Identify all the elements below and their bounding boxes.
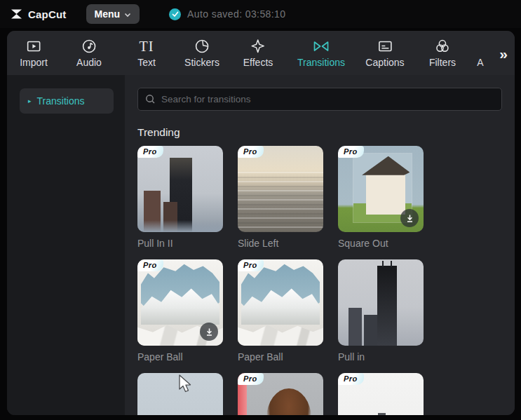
panel-body: ▸ Transitions Trending ProPull In IIProS… (7, 75, 515, 415)
tab-label: Text (137, 57, 156, 68)
triangle-right-icon: ▸ (28, 97, 32, 104)
tab-label: Audio (76, 57, 102, 68)
transition-card[interactable] (137, 373, 223, 415)
tab-text[interactable]: TI Text (137, 31, 156, 68)
filters-icon (434, 37, 451, 55)
transition-card[interactable]: Pro (338, 373, 424, 415)
tabbar-overflow-button[interactable]: » (491, 43, 515, 65)
transition-thumbnail[interactable] (137, 373, 223, 415)
chevron-down-icon (124, 13, 131, 18)
autosave-text: Auto saved: 03:58:10 (187, 8, 285, 20)
thumbnail-art-layer (137, 220, 223, 232)
tab-adjustment-cut[interactable]: A (477, 31, 483, 68)
content-area: Trending ProPull In IIProSlide LeftProSq… (125, 75, 515, 415)
sidebar-item-label: Transitions (37, 95, 85, 107)
tab-transitions[interactable]: Transitions (297, 31, 345, 68)
main-panel: Import Audio TI Text Stickers Effects (7, 31, 515, 415)
thumbnail-art-layer (266, 388, 311, 415)
transition-thumbnail[interactable]: Pro (238, 259, 323, 346)
effects-icon (250, 37, 266, 55)
capcut-logo-text: CapCut (28, 8, 67, 20)
captions-icon (377, 37, 393, 55)
thumbnail-art-layer (378, 413, 386, 415)
audio-icon (81, 37, 97, 55)
thumbnail-art-layer (238, 172, 323, 232)
transition-name: Paper Ball (137, 351, 223, 363)
pro-badge: Pro (137, 259, 163, 271)
thumbnail-art-layer (382, 261, 384, 267)
search-input[interactable] (161, 94, 494, 104)
transition-name: Pull in (338, 351, 424, 363)
pro-badge: Pro (238, 373, 264, 385)
transition-card[interactable]: ProSlide Left (238, 146, 323, 249)
section-title: Trending (137, 126, 515, 139)
autosave-check-icon (169, 8, 181, 20)
search-icon (145, 94, 156, 104)
transitions-icon (312, 37, 330, 55)
transitions-grid: ProPull In IIProSlide LeftProSquare OutP… (137, 146, 440, 415)
thumbnail-art-layer (238, 323, 323, 346)
top-bar: CapCut Menu Auto saved: 03:58:10 (0, 0, 521, 28)
tab-label: Stickers (184, 57, 219, 68)
pro-badge: Pro (137, 146, 163, 158)
transition-thumbnail[interactable]: Pro (338, 146, 424, 232)
tab-label: Filters (429, 57, 456, 68)
transition-card[interactable]: ProPaper Ball (137, 259, 223, 363)
media-tabbar: Import Audio TI Text Stickers Effects (7, 31, 515, 75)
capcut-logo: CapCut (10, 7, 67, 21)
download-icon[interactable] (200, 323, 218, 341)
transition-card[interactable]: ProSquare Out (338, 146, 424, 249)
transition-thumbnail[interactable]: Pro (238, 373, 323, 415)
capcut-logo-icon (10, 7, 24, 21)
thumbnail-art-layer (349, 308, 363, 346)
pro-badge: Pro (238, 146, 264, 158)
transition-name: Square Out (338, 238, 424, 249)
menu-button[interactable]: Menu (86, 4, 140, 24)
tab-import[interactable]: Import (20, 31, 48, 68)
transition-name: Paper Ball (238, 351, 323, 363)
tab-label: Effects (243, 57, 273, 68)
pro-badge: Pro (338, 146, 364, 158)
tab-filters[interactable]: Filters (429, 31, 456, 68)
transition-card[interactable]: Pull in (338, 259, 424, 363)
transition-thumbnail[interactable]: Pro (238, 146, 323, 232)
menu-button-label: Menu (95, 8, 121, 20)
tab-effects[interactable]: Effects (243, 31, 273, 68)
transition-card[interactable]: ProPull In II (137, 146, 223, 249)
import-icon (25, 37, 42, 55)
transition-thumbnail[interactable]: Pro (338, 373, 424, 415)
thumbnail-art-layer (377, 266, 397, 346)
pro-badge: Pro (338, 373, 364, 385)
tab-label: Transitions (297, 57, 345, 68)
pro-badge: Pro (238, 259, 264, 271)
sidebar-item-transitions[interactable]: ▸ Transitions (20, 88, 114, 114)
transition-thumbnail[interactable] (338, 259, 424, 346)
tab-label: Import (20, 57, 48, 68)
autosave-status: Auto saved: 03:58:10 (169, 8, 285, 20)
tab-captions[interactable]: Captions (365, 31, 404, 68)
tab-label: Captions (365, 57, 404, 68)
transition-name: Slide Left (238, 238, 323, 249)
sidebar: ▸ Transitions (7, 75, 125, 415)
transition-name: Pull In II (137, 238, 223, 249)
tab-audio[interactable]: Audio (76, 31, 102, 68)
transition-card[interactable]: ProPaper Ball (238, 259, 323, 363)
thumbnail-art-layer (366, 172, 405, 215)
text-icon: TI (140, 37, 154, 55)
tab-label: A (477, 57, 483, 68)
search-bar[interactable] (137, 88, 502, 111)
stickers-icon (194, 37, 210, 55)
transition-thumbnail[interactable]: Pro (137, 259, 223, 346)
transition-thumbnail[interactable]: Pro (137, 146, 223, 232)
download-icon[interactable] (400, 209, 419, 227)
tab-stickers[interactable]: Stickers (184, 31, 219, 68)
transition-card[interactable]: Pro (238, 373, 323, 415)
